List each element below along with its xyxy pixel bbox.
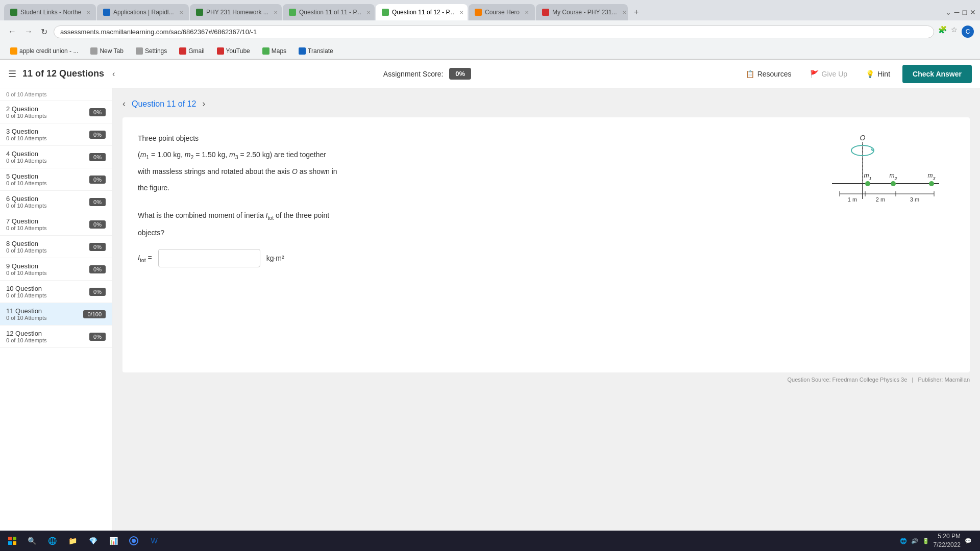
sidebar-item-2[interactable]: 2 Question 0 of 10 Attempts 0% bbox=[0, 101, 112, 123]
sidebar-item-12[interactable]: 12 Question 0 of 10 Attempts 0% bbox=[0, 325, 112, 348]
sidebar-item-label-8: 8 Question bbox=[6, 240, 47, 247]
edge-taskbar-button[interactable]: 🌐 bbox=[43, 534, 61, 548]
next-question-button[interactable]: › bbox=[202, 98, 205, 109]
sidebar-item-attempts-3: 0 of 10 Attempts bbox=[6, 135, 47, 141]
tab-1[interactable]: Student Links - Northe ✕ bbox=[4, 4, 96, 20]
tab-favicon-3 bbox=[196, 9, 203, 16]
tab-close-7[interactable]: ✕ bbox=[622, 10, 626, 15]
sidebar-item-5[interactable]: 5 Question 0 of 10 Attempts 0% bbox=[0, 168, 112, 191]
battery-icon[interactable]: 🔋 bbox=[922, 538, 929, 544]
volume-icon[interactable]: 🔊 bbox=[911, 538, 918, 544]
tab-favicon-1 bbox=[10, 9, 17, 16]
search-taskbar-icon: 🔍 bbox=[28, 537, 36, 545]
bookmark-translate[interactable]: Translate bbox=[295, 46, 337, 56]
star-icon[interactable]: ☆ bbox=[951, 26, 958, 38]
sidebar-item-score-4: 0% bbox=[89, 153, 106, 161]
sidebar-item-score-5: 0% bbox=[89, 176, 106, 184]
app-container: ☰ 11 of 12 Questions ‹ Assignment Score:… bbox=[0, 60, 980, 551]
sidebar-item-score-3: 0% bbox=[89, 131, 106, 139]
address-bar-row: ← → ↻ assessments.macmillanlearning.com/… bbox=[0, 20, 980, 43]
answer-input[interactable] bbox=[158, 249, 260, 267]
tab-4[interactable]: Question 11 of 11 - P... ✕ bbox=[283, 4, 375, 20]
bookmark-newtab[interactable]: New Tab bbox=[86, 46, 127, 56]
search-taskbar-button[interactable]: 🔍 bbox=[22, 534, 41, 548]
bookmark-apple[interactable]: apple credit union - ... bbox=[6, 46, 82, 56]
sidebar-item-4[interactable]: 4 Question 0 of 10 Attempts 0% bbox=[0, 146, 112, 168]
bookmark-youtube[interactable]: YouTube bbox=[213, 46, 254, 56]
tab-7[interactable]: My Course - PHY 231... ✕ bbox=[536, 4, 628, 20]
answer-unit: kg·m² bbox=[266, 253, 284, 265]
tab-list-icon[interactable]: ⌄ bbox=[945, 8, 951, 16]
tab-close-6[interactable]: ✕ bbox=[525, 10, 529, 15]
check-answer-button[interactable]: Check Answer bbox=[902, 65, 972, 83]
chrome-taskbar-button[interactable] bbox=[125, 534, 143, 548]
profile-icon[interactable]: C bbox=[962, 26, 974, 38]
maximize-icon[interactable]: □ bbox=[963, 8, 967, 16]
give-up-button[interactable]: 🚩 Give Up bbox=[804, 67, 854, 81]
sidebar-item-score-2: 0% bbox=[89, 108, 106, 116]
sidebar-item-label-6: 6 Question bbox=[6, 195, 47, 203]
sidebar-item-9[interactable]: 9 Question 0 of 10 Attempts 0% bbox=[0, 258, 112, 281]
sidebar-item-11[interactable]: 11 Question 0 of 10 Attempts 0/100 bbox=[0, 303, 112, 325]
files-taskbar-button[interactable]: 📁 bbox=[63, 534, 82, 548]
main-area: 0 of 10 Attempts 2 Question 0 of 10 Atte… bbox=[0, 88, 980, 551]
tab-close-5[interactable]: ✕ bbox=[459, 10, 463, 15]
tab-2[interactable]: Applications | Rapidl... ✕ bbox=[97, 4, 189, 20]
resources-button[interactable]: 📋 Resources bbox=[740, 67, 798, 81]
svg-rect-2 bbox=[8, 541, 12, 545]
bookmark-maps[interactable]: Maps bbox=[258, 46, 290, 56]
tab-close-2[interactable]: ✕ bbox=[179, 10, 183, 15]
new-tab-button[interactable]: + bbox=[629, 5, 644, 20]
close-browser-icon[interactable]: ✕ bbox=[970, 8, 976, 16]
hamburger-menu-icon[interactable]: ☰ bbox=[8, 68, 16, 80]
hint-button[interactable]: 💡 Hint bbox=[860, 67, 896, 81]
problem-diagram: O bbox=[781, 133, 954, 267]
diagram-svg: O bbox=[781, 133, 954, 214]
problem-line-3: with massless strings and rotated about … bbox=[138, 166, 766, 178]
notification-icon[interactable]: 💬 bbox=[965, 538, 972, 544]
bookmark-icon-newtab bbox=[90, 47, 97, 55]
sidebar-item-10[interactable]: 10 Question 0 of 10 Attempts 0% bbox=[0, 281, 112, 303]
sidebar-item-label-5: 5 Question bbox=[6, 172, 47, 180]
bookmark-label-apple: apple credit union - ... bbox=[19, 47, 78, 55]
tab-6[interactable]: Course Hero ✕ bbox=[469, 4, 535, 20]
tab-3[interactable]: PHY 231 Homework ... ✕ bbox=[190, 4, 282, 20]
office-taskbar-button[interactable]: 📊 bbox=[104, 534, 122, 548]
taskbar-time: 5:20 PM 7/22/2022 bbox=[934, 532, 961, 549]
sidebar-item-8[interactable]: 8 Question 0 of 10 Attempts 0% bbox=[0, 236, 112, 258]
start-button[interactable] bbox=[4, 534, 20, 548]
svg-rect-3 bbox=[13, 541, 16, 545]
tab-label-4: Question 11 of 11 - P... bbox=[299, 9, 361, 16]
tab-5[interactable]: Question 11 of 12 - P... ✕ bbox=[376, 4, 468, 20]
tab-label-7: My Course - PHY 231... bbox=[552, 9, 617, 16]
extensions-icon[interactable]: 🧩 bbox=[938, 26, 947, 38]
sidebar-item-7[interactable]: 7 Question 0 of 10 Attempts 0% bbox=[0, 213, 112, 236]
chrome-icon bbox=[129, 536, 138, 545]
sidebar-item-3[interactable]: 3 Question 0 of 10 Attempts 0% bbox=[0, 123, 112, 146]
forward-button[interactable]: → bbox=[22, 25, 35, 38]
bookmark-settings[interactable]: Settings bbox=[132, 46, 171, 56]
address-bar[interactable]: assessments.macmillanlearning.com/sac/68… bbox=[54, 26, 934, 38]
taskbar-btn-red[interactable]: 💎 bbox=[84, 534, 102, 548]
sidebar-item-attempts-5: 0 of 10 Attempts bbox=[6, 180, 47, 186]
back-button[interactable]: ← bbox=[6, 25, 18, 38]
svg-rect-1 bbox=[13, 537, 16, 540]
hint-label: Hint bbox=[877, 70, 890, 78]
reload-button[interactable]: ↻ bbox=[39, 25, 50, 39]
sidebar-item-score-7: 0% bbox=[89, 220, 106, 229]
sidebar-item-label-7: 7 Question bbox=[6, 217, 47, 225]
tab-close-3[interactable]: ✕ bbox=[274, 10, 278, 15]
tab-close-1[interactable]: ✕ bbox=[86, 10, 90, 15]
sidebar-item-6[interactable]: 6 Question 0 of 10 Attempts 0% bbox=[0, 191, 112, 213]
minimize-icon[interactable]: ─ bbox=[954, 8, 960, 16]
prev-question-button[interactable]: ‹ bbox=[122, 98, 126, 109]
bookmark-gmail[interactable]: Gmail bbox=[175, 46, 208, 56]
network-icon[interactable]: 🌐 bbox=[900, 538, 907, 544]
mass-m1-dot bbox=[865, 181, 870, 186]
word-taskbar-button[interactable]: W bbox=[145, 534, 163, 548]
collapse-sidebar-button[interactable]: ‹ bbox=[112, 69, 115, 79]
publisher-label: Publisher: Macmillan bbox=[918, 377, 970, 383]
windows-logo-icon bbox=[8, 537, 16, 545]
tab-favicon-4 bbox=[289, 9, 296, 16]
tab-close-4[interactable]: ✕ bbox=[366, 10, 371, 15]
